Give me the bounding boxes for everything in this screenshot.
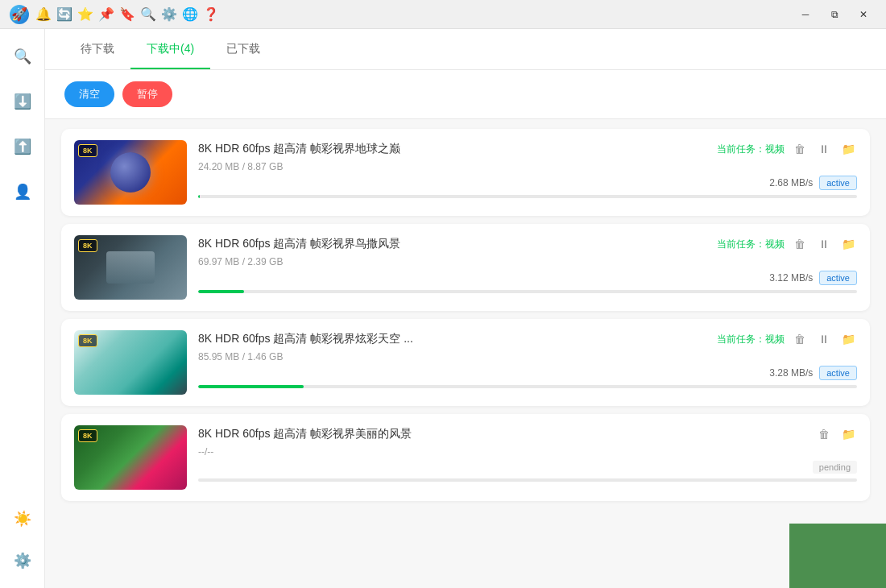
planet-shape: [110, 152, 151, 193]
download-list: 8K 8K HDR 60fps 超高清 帧彩视界地球之巅 当前任务：视频 🗑 ⏸: [45, 119, 886, 588]
clear-button[interactable]: 清空: [64, 81, 114, 107]
size-row-2: 69.97 MB / 2.39 GB: [198, 256, 857, 267]
thumbnail-1: 8K: [74, 140, 187, 205]
download-size-1: 24.20 MB / 8.87 GB: [198, 161, 283, 172]
size-row-4: --/--: [198, 446, 857, 458]
close-button[interactable]: ✕: [851, 4, 876, 25]
title-row-3: 8K HDR 60fps 超高清 帧彩视界炫彩天空 ... 当前任务：视频 🗑 …: [198, 330, 857, 348]
thumb-overlay-1: [74, 140, 187, 205]
download-info-2: 8K HDR 60fps 超高清 帧彩视界鸟撒风景 当前任务：视频 🗑 ⏸ 📁 …: [198, 235, 857, 293]
download-size-4: --/--: [198, 446, 213, 458]
titlebar: 🚀 🔔 🔄 ⭐ 📌 🔖 🔍 ⚙️ 🌐 ❓ ─ ⧉ ✕: [0, 0, 886, 29]
download-item-top-4: 8K 8K HDR 60fps 超高清 帧彩视界美丽的风景 🗑 📁 --/--: [74, 425, 857, 490]
sidebar-icon-theme[interactable]: ☀️: [8, 504, 37, 533]
pin-icon[interactable]: 📌: [98, 6, 114, 22]
speed-row-1: 2.68 MB/s active: [198, 176, 857, 190]
download-speed-2: 3.12 MB/s: [769, 272, 813, 284]
download-item-2: 8K 8K HDR 60fps 超高清 帧彩视界鸟撒风景 当前任务：视频 🗑 ⏸: [61, 224, 870, 311]
title-row-2: 8K HDR 60fps 超高清 帧彩视界鸟撒风景 当前任务：视频 🗑 ⏸ 📁: [198, 235, 857, 253]
delete-icon-4[interactable]: 🗑: [815, 425, 833, 443]
download-item-top: 8K 8K HDR 60fps 超高清 帧彩视界地球之巅 当前任务：视频 🗑 ⏸: [74, 140, 857, 205]
title-row-4: 8K HDR 60fps 超高清 帧彩视界美丽的风景 🗑 📁: [198, 425, 857, 443]
status-badge-1: active: [819, 176, 857, 190]
speed-row-3: 3.28 MB/s active: [198, 366, 857, 380]
restore-button[interactable]: ⧉: [822, 4, 847, 25]
download-item-top-2: 8K 8K HDR 60fps 超高清 帧彩视界鸟撒风景 当前任务：视频 🗑 ⏸: [74, 235, 857, 300]
sidebar-icon-user[interactable]: 👤: [8, 177, 37, 206]
folder-icon-2[interactable]: 📁: [839, 235, 857, 253]
download-info-1: 8K HDR 60fps 超高清 帧彩视界地球之巅 当前任务：视频 🗑 ⏸ 📁 …: [198, 140, 857, 198]
content-area: 待下载 下载中(4) 已下载 清空 暂停 8K: [45, 29, 886, 588]
delete-icon-3[interactable]: 🗑: [791, 330, 809, 348]
progress-bar-1: [198, 195, 200, 198]
download-size-2: 69.97 MB / 2.39 GB: [198, 256, 283, 267]
download-actions-3: 当前任务：视频 🗑 ⏸ 📁: [717, 330, 857, 348]
progress-bar-wrap-1: [198, 195, 857, 198]
refresh-icon[interactable]: 🔄: [56, 6, 72, 22]
task-label-3: 当前任务：视频: [717, 333, 785, 346]
titlebar-toolbar-icons: 🔔 🔄 ⭐ 📌 🔖 🔍 ⚙️ 🌐 ❓: [35, 6, 219, 22]
download-title-4: 8K HDR 60fps 超高清 帧彩视界美丽的风景: [198, 427, 412, 441]
sidebar-icon-settings[interactable]: ⚙️: [8, 546, 37, 575]
folder-icon-1[interactable]: 📁: [839, 140, 857, 158]
pause-icon-2[interactable]: ⏸: [815, 235, 833, 253]
search-title-icon[interactable]: 🔍: [140, 6, 156, 22]
download-actions-1: 当前任务：视频 🗑 ⏸ 📁: [717, 140, 857, 158]
download-info-4: 8K HDR 60fps 超高清 帧彩视界美丽的风景 🗑 📁 --/-- pen…: [198, 425, 857, 482]
progress-bar-wrap-3: [198, 385, 857, 388]
window-controls: ─ ⧉ ✕: [793, 4, 876, 25]
bottom-right-decoration: [789, 524, 886, 588]
sidebar-icon-upload[interactable]: ⬆️: [8, 132, 37, 161]
pause-icon-3[interactable]: ⏸: [815, 330, 833, 348]
app-icon: 🚀: [10, 5, 29, 24]
download-item-3: 8K 8K HDR 60fps 超高清 帧彩视界炫彩天空 ... 当前任务：视频…: [61, 319, 870, 406]
pause-icon-1[interactable]: ⏸: [815, 140, 833, 158]
star-icon[interactable]: ⭐: [77, 6, 93, 22]
action-toolbar: 清空 暂停: [45, 70, 886, 119]
task-label-2: 当前任务：视频: [717, 238, 785, 251]
tab-completed[interactable]: 已下载: [210, 29, 276, 69]
download-title-1: 8K HDR 60fps 超高清 帧彩视界地球之巅: [198, 142, 400, 156]
download-info-3: 8K HDR 60fps 超高清 帧彩视界炫彩天空 ... 当前任务：视频 🗑 …: [198, 330, 857, 388]
status-badge-4: pending: [813, 461, 857, 474]
help-icon[interactable]: ❓: [203, 6, 219, 22]
download-actions-4: 🗑 📁: [815, 425, 857, 443]
download-actions-2: 当前任务：视频 🗑 ⏸ 📁: [717, 235, 857, 253]
download-title-2: 8K HDR 60fps 超高清 帧彩视界鸟撒风景: [198, 237, 400, 251]
progress-bar-wrap-2: [198, 290, 857, 293]
sidebar-icon-search[interactable]: 🔍: [8, 42, 37, 71]
delete-icon-1[interactable]: 🗑: [791, 140, 809, 158]
speed-row-4: pending: [198, 461, 857, 474]
thumbnail-4: 8K: [74, 425, 187, 490]
sidebar: 🔍 ⬇️ ⬆️ 👤 ☀️ ⚙️: [0, 29, 45, 588]
speed-row-2: 3.12 MB/s active: [198, 271, 857, 285]
tab-downloading[interactable]: 下载中(4): [130, 29, 210, 69]
title-row-1: 8K HDR 60fps 超高清 帧彩视界地球之巅 当前任务：视频 🗑 ⏸ 📁: [198, 140, 857, 158]
download-speed-3: 3.28 MB/s: [769, 367, 813, 379]
folder-icon-3[interactable]: 📁: [839, 330, 857, 348]
bookmark-icon[interactable]: 🔖: [119, 6, 135, 22]
download-item-4: 8K 8K HDR 60fps 超高清 帧彩视界美丽的风景 🗑 📁 --/--: [61, 414, 870, 501]
download-item-top-3: 8K 8K HDR 60fps 超高清 帧彩视界炫彩天空 ... 当前任务：视频…: [74, 330, 857, 395]
download-size-3: 85.95 MB / 1.46 GB: [198, 351, 283, 362]
gear-title-icon[interactable]: ⚙️: [161, 6, 177, 22]
folder-icon-4[interactable]: 📁: [839, 425, 857, 443]
size-row-3: 85.95 MB / 1.46 GB: [198, 351, 857, 362]
bell-icon[interactable]: 🔔: [35, 6, 52, 22]
minimize-button[interactable]: ─: [793, 4, 818, 25]
pause-button[interactable]: 暂停: [122, 81, 172, 107]
quality-badge-3: 8K: [78, 334, 97, 347]
main-layout: 🔍 ⬇️ ⬆️ 👤 ☀️ ⚙️ 待下载 下载中(4) 已下载 清空 暂停: [0, 29, 886, 588]
quality-badge-4: 8K: [78, 429, 97, 442]
size-row-1: 24.20 MB / 8.87 GB: [198, 161, 857, 172]
status-badge-3: active: [819, 366, 857, 380]
sidebar-icon-download[interactable]: ⬇️: [8, 87, 37, 116]
tab-pending[interactable]: 待下载: [64, 29, 130, 69]
globe-icon[interactable]: 🌐: [182, 6, 198, 22]
thumbnail-3: 8K: [74, 330, 187, 395]
download-title-3: 8K HDR 60fps 超高清 帧彩视界炫彩天空 ...: [198, 332, 413, 346]
task-label-1: 当前任务：视频: [717, 143, 785, 156]
delete-icon-2[interactable]: 🗑: [791, 235, 809, 253]
sidebar-bottom: ☀️ ⚙️: [8, 504, 37, 575]
progress-bar-3: [198, 385, 304, 388]
